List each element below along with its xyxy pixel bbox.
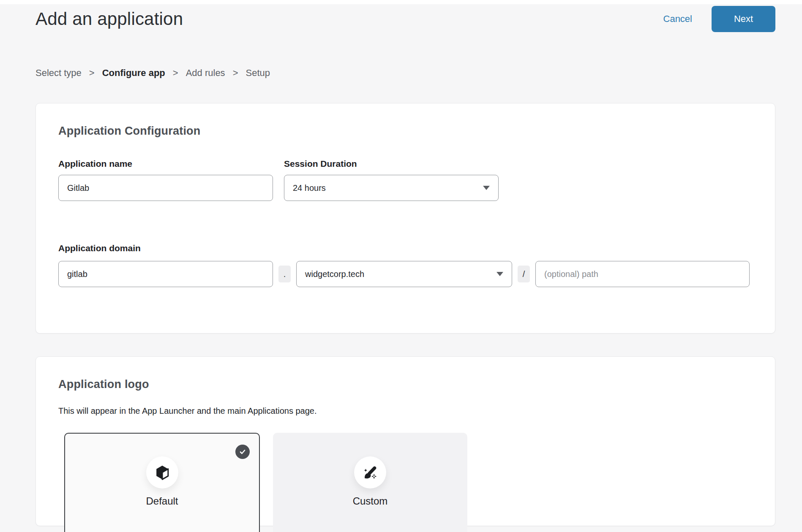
- breadcrumb-step-select-type[interactable]: Select type: [35, 68, 82, 79]
- custom-logo-circle: [354, 456, 386, 489]
- application-logo-heading: Application logo: [58, 378, 753, 391]
- breadcrumb-step-configure-app[interactable]: Configure app: [102, 68, 165, 79]
- chevron-down-icon: [496, 272, 503, 276]
- cancel-button[interactable]: Cancel: [663, 14, 692, 24]
- domain-select-value: widgetcorp.tech: [305, 269, 364, 279]
- logo-option-label: Default: [65, 495, 259, 507]
- subdomain-input[interactable]: [58, 261, 273, 287]
- application-configuration-card: Application Configuration Application na…: [35, 103, 775, 334]
- application-configuration-heading: Application Configuration: [58, 125, 753, 138]
- paintbrush-icon: [361, 463, 379, 482]
- selected-check-icon: [235, 445, 250, 459]
- session-duration-field-group: Session Duration 24 hours: [284, 159, 499, 201]
- slash-separator: /: [518, 266, 530, 282]
- page-title: Add an application: [35, 9, 183, 29]
- logo-option-label: Custom: [273, 495, 467, 507]
- page-header: Add an application Cancel Next: [0, 4, 802, 32]
- cube-icon: [154, 464, 171, 481]
- application-domain-label: Application domain: [58, 243, 753, 253]
- breadcrumb-separator: >: [89, 68, 95, 79]
- breadcrumb-step-add-rules[interactable]: Add rules: [186, 68, 225, 79]
- next-button[interactable]: Next: [712, 6, 775, 32]
- application-name-input[interactable]: [58, 175, 273, 201]
- application-domain-section: Application domain . widgetcorp.tech /: [58, 243, 753, 287]
- logo-options-row: Default Custom: [64, 433, 753, 532]
- breadcrumb-separator: >: [233, 68, 238, 79]
- session-duration-value: 24 hours: [293, 183, 326, 193]
- breadcrumb-separator: >: [173, 68, 178, 79]
- session-duration-label: Session Duration: [284, 159, 499, 169]
- application-logo-card: Application logo This will appear in the…: [35, 356, 775, 526]
- session-duration-select[interactable]: 24 hours: [284, 175, 499, 201]
- application-name-field-group: Application name: [58, 159, 273, 201]
- top-strip: [0, 0, 802, 4]
- domain-select[interactable]: widgetcorp.tech: [296, 261, 512, 287]
- logo-option-custom[interactable]: Custom: [273, 433, 467, 532]
- application-logo-description: This will appear in the App Launcher and…: [58, 406, 753, 416]
- breadcrumb: Select type > Configure app > Add rules …: [35, 68, 802, 79]
- default-logo-circle: [146, 456, 178, 489]
- name-session-row: Application name Session Duration 24 hou…: [58, 159, 753, 201]
- logo-option-default[interactable]: Default: [64, 433, 260, 532]
- application-domain-row: . widgetcorp.tech /: [58, 255, 753, 287]
- breadcrumb-step-setup[interactable]: Setup: [246, 68, 270, 79]
- path-input[interactable]: [535, 261, 750, 287]
- dot-separator: .: [278, 266, 291, 282]
- application-name-label: Application name: [58, 159, 273, 169]
- chevron-down-icon: [483, 186, 490, 190]
- header-actions: Cancel Next: [663, 6, 775, 32]
